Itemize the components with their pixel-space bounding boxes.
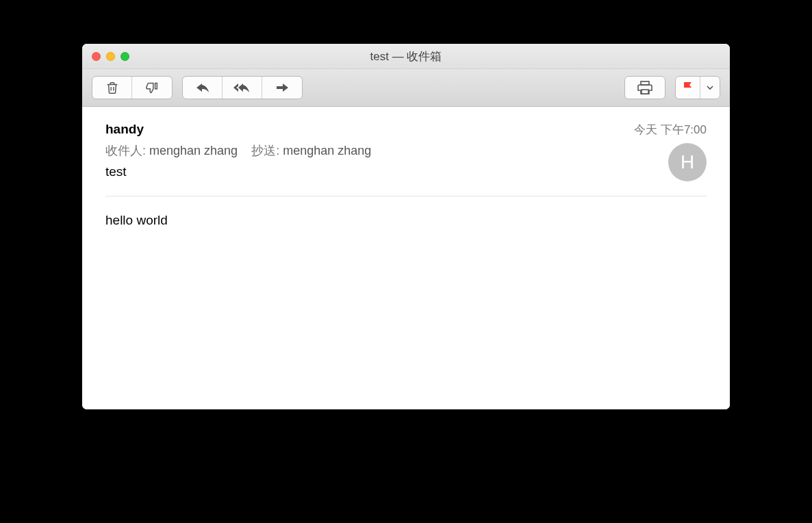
delete-junk-group [92, 76, 173, 99]
delete-button[interactable] [92, 77, 132, 99]
print-group [624, 76, 665, 99]
traffic-lights [92, 52, 129, 61]
reply-icon [194, 81, 211, 94]
flag-group [675, 76, 720, 99]
close-button[interactable] [92, 52, 101, 61]
message-content: handy 收件人: menghan zhang 抄送: menghan zha… [82, 107, 730, 409]
flag-dropdown-button[interactable] [700, 77, 720, 99]
avatar[interactable]: H [668, 143, 707, 181]
flag-button[interactable] [676, 77, 700, 99]
recipients-line: 收件人: menghan zhang 抄送: menghan zhang [105, 142, 620, 159]
reply-button[interactable] [183, 77, 223, 99]
thumbs-down-icon [144, 80, 160, 95]
mail-message-window: test — 收件箱 [82, 44, 730, 409]
sender-name[interactable]: handy [105, 122, 620, 137]
print-button[interactable] [625, 77, 665, 99]
flag-icon [682, 81, 694, 94]
cc-value[interactable]: menghan zhang [283, 144, 371, 157]
forward-button[interactable] [262, 77, 302, 99]
message-header: handy 收件人: menghan zhang 抄送: menghan zha… [105, 122, 707, 183]
reply-all-icon [233, 81, 252, 94]
trash-icon [105, 80, 120, 95]
chevron-down-icon [706, 84, 714, 92]
window-titlebar[interactable]: test — 收件箱 [82, 44, 730, 69]
minimize-button[interactable] [106, 52, 115, 61]
svg-rect-1 [642, 90, 648, 94]
window-title: test — 收件箱 [82, 49, 730, 64]
to-value[interactable]: menghan zhang [149, 144, 238, 157]
junk-button[interactable] [132, 77, 172, 99]
to-label: 收件人: [105, 144, 146, 157]
avatar-initial: H [681, 151, 694, 173]
header-divider [105, 196, 707, 196]
cc-label: 抄送: [251, 144, 279, 157]
message-body: hello world [105, 213, 707, 228]
header-left: handy 收件人: menghan zhang 抄送: menghan zha… [105, 122, 620, 183]
maximize-button[interactable] [120, 52, 129, 61]
subject: test [105, 164, 620, 179]
header-right: 今天 下午7:00 H [634, 122, 707, 181]
timestamp: 今天 下午7:00 [634, 122, 707, 138]
reply-all-button[interactable] [223, 77, 262, 99]
forward-icon [274, 81, 290, 94]
toolbar [82, 69, 730, 107]
print-icon [637, 80, 653, 95]
reply-forward-group [182, 76, 303, 99]
